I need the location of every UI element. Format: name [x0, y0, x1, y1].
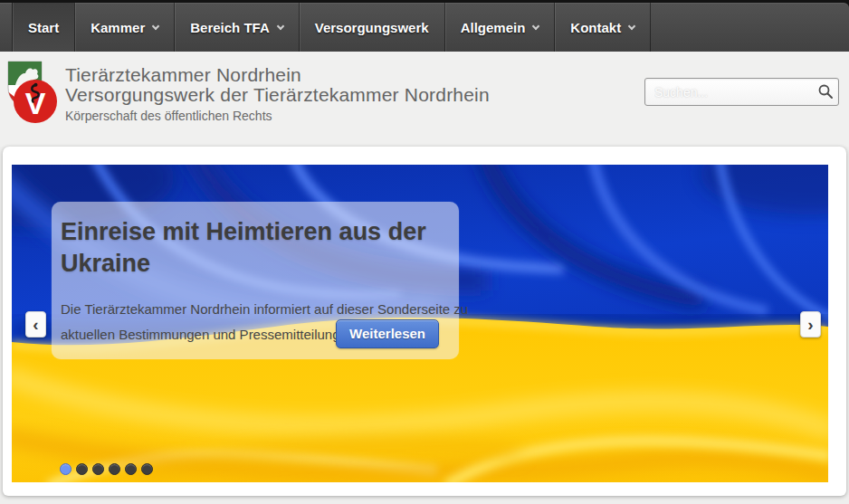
main-nav-list: Start Kammer Bereich TFA Versorgungswerk…	[12, 3, 849, 52]
slide-title: Einreise mit Heimtieren aus der Ukraine	[61, 216, 450, 280]
veterinary-chamber-crest-icon[interactable]: V	[5, 58, 59, 127]
carousel-prev-button[interactable]: ‹	[25, 311, 46, 338]
chevron-down-icon	[628, 22, 635, 29]
site-subtitle: Körperschaft des öffentlichen Rechts	[65, 108, 490, 124]
slide-caption: Einreise mit Heimtieren aus der Ukraine …	[52, 202, 459, 359]
nav-item-bereich-tfa[interactable]: Bereich TFA	[174, 3, 299, 52]
site-title-line1: Tierärztekammer Nordrhein	[65, 65, 490, 85]
site-title-block: Tierärztekammer Nordrhein Versorgungswer…	[65, 65, 490, 124]
chevron-down-icon	[152, 22, 159, 29]
site-title-line2: Versorgungswerk der Tierärztekammer Nord…	[65, 85, 490, 105]
nav-item-allgemein[interactable]: Allgemein	[444, 3, 555, 52]
weiterlesen-button[interactable]: Weiterlesen	[336, 319, 439, 348]
nav-item-kontakt[interactable]: Kontakt	[554, 3, 651, 52]
carousel-dot[interactable]	[60, 463, 72, 475]
carousel-dot[interactable]	[92, 463, 104, 475]
chevron-down-icon	[532, 22, 539, 29]
search-box	[644, 78, 839, 106]
nav-item-start[interactable]: Start	[12, 3, 74, 52]
carousel-dot[interactable]	[125, 463, 137, 475]
chevron-down-icon	[277, 22, 284, 29]
carousel-next-button[interactable]: ›	[800, 311, 821, 338]
carousel-dots	[60, 463, 157, 475]
content-panel: Einreise mit Heimtieren aus der Ukraine …	[3, 147, 846, 496]
nav-item-kammer[interactable]: Kammer	[74, 3, 174, 52]
page: Start Kammer Bereich TFA Versorgungswerk…	[0, 0, 849, 504]
site-header: V Tierärztekammer Nordrhein Versorgungsw…	[0, 52, 849, 147]
search-input[interactable]	[644, 78, 839, 106]
carousel-dot[interactable]	[109, 463, 120, 475]
hero-carousel: Einreise mit Heimtieren aus der Ukraine …	[12, 165, 828, 482]
top-bar: Start Kammer Bereich TFA Versorgungswerk…	[0, 0, 849, 52]
magnifier-icon[interactable]	[816, 82, 835, 102]
main-navigation: Start Kammer Bereich TFA Versorgungswerk…	[0, 3, 849, 52]
slide-text-line1: Die Tierärztekammer Nordrhein informiert…	[61, 297, 468, 322]
nav-item-versorgungswerk[interactable]: Versorgungswerk	[299, 3, 444, 52]
carousel-dot[interactable]	[141, 463, 153, 475]
carousel-dot[interactable]	[76, 463, 88, 475]
